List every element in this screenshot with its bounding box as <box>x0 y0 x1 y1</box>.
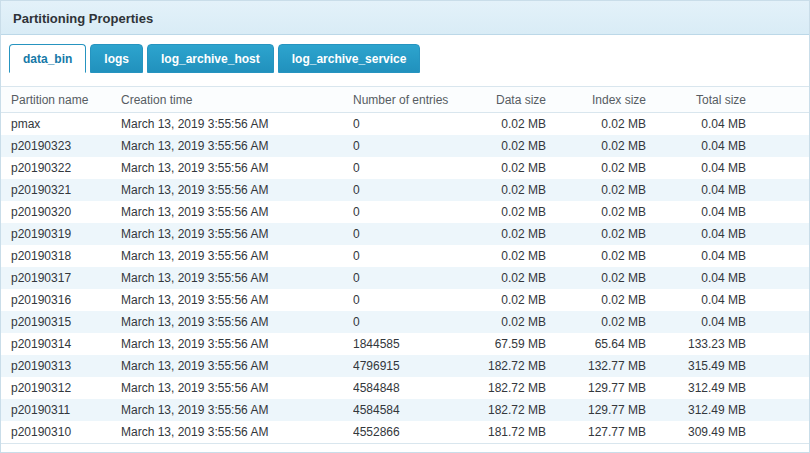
cell: 309.49 MB <box>656 421 756 444</box>
cell: p20190322 <box>1 157 121 179</box>
cell: 0.04 MB <box>656 311 756 333</box>
cell: 4584584 <box>353 399 471 421</box>
cell: 132.77 MB <box>556 355 656 377</box>
cell: 0 <box>353 135 471 157</box>
cell: March 13, 2019 3:55:56 AM <box>121 311 353 333</box>
cell: March 13, 2019 3:55:56 AM <box>121 399 353 421</box>
cell-filler <box>756 289 809 311</box>
cell: March 13, 2019 3:55:56 AM <box>121 333 353 355</box>
tab-log_archive_host[interactable]: log_archive_host <box>147 44 274 73</box>
cell: 181.72 MB <box>471 421 556 444</box>
column-header: Index size <box>556 87 656 113</box>
cell: p20190311 <box>1 399 121 421</box>
cell: 0.04 MB <box>656 245 756 267</box>
cell: 312.49 MB <box>656 399 756 421</box>
cell: 0 <box>353 157 471 179</box>
cell: 0.02 MB <box>556 201 656 223</box>
cell-filler <box>756 157 809 179</box>
table-header-row: Partition nameCreation timeNumber of ent… <box>1 87 809 113</box>
column-header: Partition name <box>1 87 121 113</box>
cell: 133.23 MB <box>656 333 756 355</box>
column-header: Number of entries <box>353 87 471 113</box>
cell: 0.04 MB <box>656 267 756 289</box>
cell: March 13, 2019 3:55:56 AM <box>121 267 353 289</box>
cell-filler <box>756 135 809 157</box>
cell: p20190323 <box>1 135 121 157</box>
table-row: p20190313March 13, 2019 3:55:56 AM479691… <box>1 355 809 377</box>
cell: p20190320 <box>1 201 121 223</box>
cell: 0 <box>353 113 471 136</box>
cell: 0.04 MB <box>656 201 756 223</box>
column-header: Data size <box>471 87 556 113</box>
cell: March 13, 2019 3:55:56 AM <box>121 201 353 223</box>
cell: 0.02 MB <box>471 135 556 157</box>
cell: p20190321 <box>1 179 121 201</box>
table-row: p20190318March 13, 2019 3:55:56 AM00.02 … <box>1 245 809 267</box>
table-row: p20190312March 13, 2019 3:55:56 AM458484… <box>1 377 809 399</box>
cell-filler <box>756 223 809 245</box>
cell: 0 <box>353 223 471 245</box>
cell: March 13, 2019 3:55:56 AM <box>121 223 353 245</box>
cell-filler <box>756 399 809 421</box>
partition-table-wrap: Partition nameCreation timeNumber of ent… <box>1 86 809 452</box>
cell: 0.04 MB <box>656 135 756 157</box>
cell: p20190316 <box>1 289 121 311</box>
cell: p20190315 <box>1 311 121 333</box>
cell: 0.02 MB <box>556 245 656 267</box>
tab-log_archive_service[interactable]: log_archive_service <box>278 44 421 73</box>
cell: 0.02 MB <box>471 179 556 201</box>
cell: 65.64 MB <box>556 333 656 355</box>
cell: 0.02 MB <box>471 223 556 245</box>
panel-header: Partitioning Properties <box>1 1 809 35</box>
cell: 0 <box>353 311 471 333</box>
table-row: p20190319March 13, 2019 3:55:56 AM00.02 … <box>1 223 809 245</box>
cell: 0.04 MB <box>656 113 756 136</box>
cell-filler <box>756 267 809 289</box>
cell: p20190312 <box>1 377 121 399</box>
cell: 67.59 MB <box>471 333 556 355</box>
cell: p20190310 <box>1 421 121 444</box>
cell: 182.72 MB <box>471 355 556 377</box>
cell: 0.02 MB <box>471 311 556 333</box>
cell: 0.02 MB <box>471 245 556 267</box>
cell: 0.04 MB <box>656 289 756 311</box>
cell: March 13, 2019 3:55:56 AM <box>121 179 353 201</box>
table-row: p20190314March 13, 2019 3:55:56 AM184458… <box>1 333 809 355</box>
cell-filler <box>756 113 809 136</box>
cell: 0.02 MB <box>556 135 656 157</box>
column-header: Creation time <box>121 87 353 113</box>
cell: 0.04 MB <box>656 179 756 201</box>
cell: p20190317 <box>1 267 121 289</box>
table-row: p20190310March 13, 2019 3:55:56 AM455286… <box>1 421 809 444</box>
cell: 129.77 MB <box>556 377 656 399</box>
column-header-filler <box>756 87 809 113</box>
cell: 0.04 MB <box>656 157 756 179</box>
cell: March 13, 2019 3:55:56 AM <box>121 377 353 399</box>
table-row: p20190321March 13, 2019 3:55:56 AM00.02 … <box>1 179 809 201</box>
cell: 0.02 MB <box>471 201 556 223</box>
cell: 0.02 MB <box>556 113 656 136</box>
cell: 0 <box>353 245 471 267</box>
cell: p20190313 <box>1 355 121 377</box>
cell: March 13, 2019 3:55:56 AM <box>121 289 353 311</box>
tab-data_bin[interactable]: data_bin <box>9 44 86 73</box>
cell-filler <box>756 377 809 399</box>
cell: 0.02 MB <box>471 289 556 311</box>
cell: 312.49 MB <box>656 377 756 399</box>
cell: March 13, 2019 3:55:56 AM <box>121 157 353 179</box>
cell: 4552866 <box>353 421 471 444</box>
cell: 0.02 MB <box>556 157 656 179</box>
panel-title: Partitioning Properties <box>13 11 153 26</box>
cell: 127.77 MB <box>556 421 656 444</box>
cell: 0.02 MB <box>556 179 656 201</box>
cell: pmax <box>1 113 121 136</box>
cell: 182.72 MB <box>471 377 556 399</box>
cell: 315.49 MB <box>656 355 756 377</box>
cell: 4796915 <box>353 355 471 377</box>
tab-logs[interactable]: logs <box>90 44 143 73</box>
cell-filler <box>756 333 809 355</box>
cell: March 13, 2019 3:55:56 AM <box>121 355 353 377</box>
cell-filler <box>756 355 809 377</box>
table-row: p20190323March 13, 2019 3:55:56 AM00.02 … <box>1 135 809 157</box>
cell: 0.02 MB <box>556 311 656 333</box>
